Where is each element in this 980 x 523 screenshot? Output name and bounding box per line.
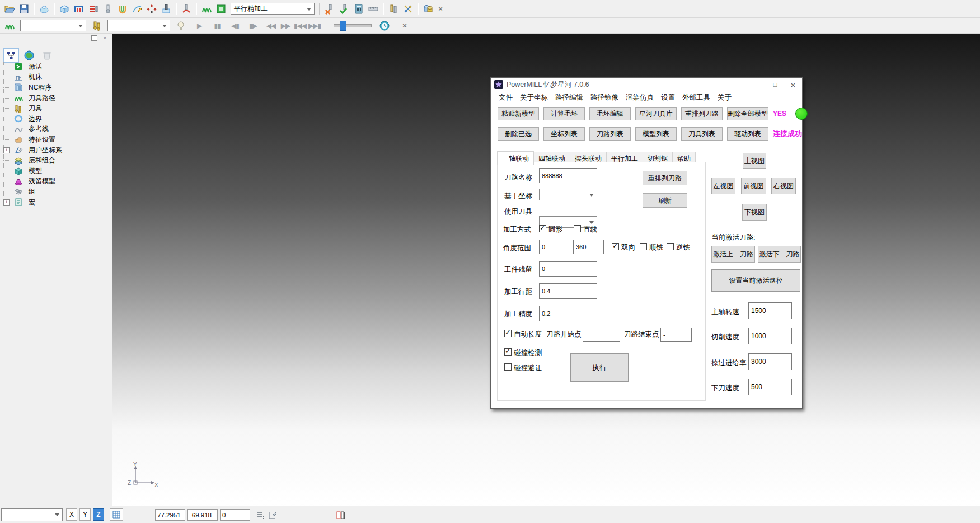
minimize-button[interactable]: ─ — [748, 78, 766, 91]
spindle-speed-input[interactable] — [748, 302, 792, 319]
sim-tool-dropdown[interactable] — [107, 20, 170, 31]
lightbulb-icon[interactable] — [174, 18, 188, 33]
activate-next-button[interactable]: 激活下一刀路 — [758, 246, 801, 263]
axis-z-button[interactable]: Z — [93, 508, 104, 521]
panel-grip[interactable]: × — [0, 35, 112, 41]
stock-remain-input[interactable] — [539, 261, 597, 277]
ruler-icon[interactable] — [366, 2, 381, 16]
tool-delete-icon[interactable] — [322, 2, 337, 16]
activate-prev-button[interactable]: 激活上一刀路 — [711, 246, 755, 263]
maximize-button[interactable]: □ — [766, 78, 784, 91]
shade-teapot-icon[interactable] — [37, 2, 51, 16]
plunge-feed-input[interactable] — [748, 379, 792, 395]
sim-speed-slider-handle[interactable] — [340, 21, 346, 31]
conventional-checkbox[interactable] — [667, 243, 674, 250]
angle-to-input[interactable] — [573, 240, 604, 254]
toolpath-start-input[interactable] — [583, 328, 620, 342]
skim-feed-input[interactable] — [748, 353, 792, 370]
menu-file[interactable]: 文件 — [499, 93, 513, 102]
tool-verify-icon[interactable] — [337, 2, 351, 16]
u-pattern-icon[interactable] — [115, 2, 130, 16]
panel-close-icon[interactable]: × — [104, 35, 106, 41]
view-front-button[interactable]: 前视图 — [741, 178, 766, 194]
block-edit-button[interactable]: 毛坯编辑 — [589, 107, 631, 120]
toolpath-name-input[interactable] — [539, 168, 597, 183]
auto-length-checkbox[interactable] — [504, 330, 512, 337]
menu-render-sim[interactable]: 渲染仿真 — [626, 93, 654, 102]
open-project-icon[interactable] — [2, 2, 17, 16]
menu-settings[interactable]: 设置 — [661, 93, 675, 102]
strategy-dropdown[interactable]: 平行精加工 — [231, 3, 315, 15]
expand-plus-icon[interactable]: + — [3, 147, 10, 153]
paste-new-model-button[interactable]: 粘贴新模型 — [498, 107, 539, 120]
coordinate-z-input[interactable] — [220, 509, 250, 521]
toolpath-icon[interactable] — [199, 2, 214, 16]
delete-selected-button[interactable]: 删除已选 — [498, 127, 539, 141]
collision-detect-checkbox[interactable] — [504, 348, 512, 356]
search-back-icon[interactable]: ◀◀ — [264, 19, 278, 32]
save-project-icon[interactable] — [17, 2, 31, 16]
expand-plus-icon[interactable]: + — [3, 199, 10, 206]
stock-cylinders-icon[interactable] — [421, 2, 435, 16]
dialog-title-bar[interactable]: PowerMILL 忆梦星河 7.0.6 ─ □ × — [491, 78, 802, 91]
curve-editor-icon[interactable] — [130, 2, 144, 16]
coordinate-x-input[interactable] — [155, 509, 185, 521]
sim-speed-slider[interactable] — [334, 24, 372, 27]
collision-avoid-checkbox[interactable] — [504, 363, 512, 371]
toolbar-close-icon[interactable]: × — [400, 21, 410, 31]
menu-path-edit[interactable]: 路径编辑 — [555, 93, 583, 102]
grid-toggle-button[interactable] — [110, 508, 123, 521]
execute-button[interactable]: 执行 — [570, 353, 629, 382]
climb-checkbox[interactable] — [640, 243, 647, 250]
points-pattern-icon[interactable] — [144, 2, 159, 16]
coordinate-y-input[interactable] — [187, 509, 218, 521]
sim-toolpath-dropdown[interactable] — [20, 20, 86, 31]
toolpath-arc-icon[interactable] — [179, 2, 194, 16]
angle-from-input[interactable] — [539, 240, 569, 254]
delete-all-models-button[interactable]: 删除全部模型 — [727, 107, 768, 120]
view-top-button[interactable]: 上视图 — [743, 153, 766, 169]
method-line-checkbox[interactable] — [574, 225, 581, 232]
drive-list-button[interactable]: 驱动列表 — [727, 127, 768, 141]
rearrange-button[interactable]: 重排列刀路 — [643, 171, 687, 185]
stepover-input[interactable] — [539, 283, 597, 299]
status-dropdown[interactable] — [1, 508, 63, 521]
step-back-icon[interactable]: ◀▮ — [228, 19, 242, 32]
go-to-end-icon[interactable]: ▶▶▮ — [308, 19, 321, 32]
tool-list-button[interactable]: 刀具列表 — [681, 127, 723, 141]
toolbar-close-icon[interactable]: × — [435, 4, 446, 14]
tolerance-input[interactable] — [539, 306, 597, 321]
explorer-trash-button[interactable] — [39, 48, 55, 63]
view-right-button[interactable]: 右视图 — [771, 178, 796, 194]
panel-float-icon[interactable] — [91, 35, 97, 41]
boundary-limit-icon[interactable] — [72, 2, 86, 16]
position-axes-icon[interactable] — [265, 508, 280, 522]
close-button[interactable]: × — [784, 78, 802, 91]
tab-3axis[interactable]: 三轴联动 — [497, 151, 534, 165]
view-left-button[interactable]: 左视图 — [711, 178, 735, 194]
menu-about-coords[interactable]: 关于坐标 — [520, 93, 548, 102]
bidirectional-checkbox[interactable] — [612, 243, 619, 250]
cutting-feed-input[interactable] — [748, 328, 792, 344]
model-list-button[interactable]: 模型列表 — [635, 127, 677, 141]
rearrange-toolpaths-button[interactable]: 重排列刀路 — [681, 107, 723, 120]
method-circle-checkbox[interactable] — [539, 225, 546, 232]
pause-icon[interactable]: ▮▮ — [210, 19, 224, 32]
play-icon[interactable]: ▶ — [193, 19, 206, 32]
tree-item-macros[interactable]: +宏 — [3, 197, 111, 208]
axis-y-button[interactable]: Y — [79, 508, 91, 521]
panels-layout-icon[interactable] — [334, 508, 348, 522]
menu-path-mirror[interactable]: 路径镜像 — [590, 93, 618, 102]
ball-tool-icon[interactable] — [101, 2, 115, 16]
axis-x-button[interactable]: X — [66, 508, 77, 521]
toolpath-list-button[interactable]: 刀路列表 — [589, 127, 631, 141]
menu-about[interactable]: 关于 — [718, 93, 732, 102]
calculator-icon[interactable] — [351, 2, 366, 16]
toolpath-end-input[interactable] — [660, 328, 692, 342]
coord-list-button[interactable]: 坐标列表 — [543, 127, 585, 141]
search-forward-icon[interactable]: ▶▶ — [279, 19, 292, 32]
tool-pair-icon[interactable] — [386, 2, 401, 16]
set-active-path-button[interactable]: 设置当前激活路径 — [711, 269, 800, 292]
menu-external-tools[interactable]: 外部工具 — [682, 93, 710, 102]
tool-library-button[interactable]: 星河刀具库 — [635, 107, 677, 120]
